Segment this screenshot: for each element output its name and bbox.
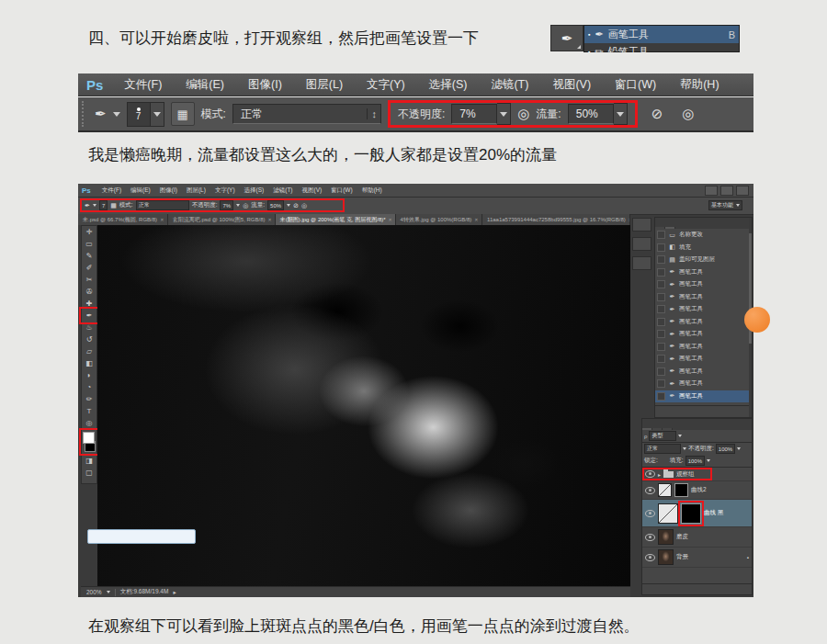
menu-item[interactable]: 帮助(H) xyxy=(357,186,387,195)
marquee-tool[interactable]: ▭ xyxy=(82,238,96,250)
gradient-tool[interactable]: ◧ xyxy=(82,357,96,369)
document-tab[interactable]: 11aa1a573991444ac7258bd99555.jpg @ 16.7%… xyxy=(482,214,630,225)
close-tab-icon[interactable]: ✕ xyxy=(474,217,478,222)
layer-row[interactable]: ▸ 磨皮 ▪ xyxy=(642,527,752,548)
screen-mode-button[interactable]: ▢ xyxy=(82,467,96,479)
layer-thumbnail[interactable] xyxy=(658,529,674,545)
workspace-switcher[interactable]: 基本功能 xyxy=(708,200,742,210)
visibility-eye-icon[interactable] xyxy=(645,554,655,561)
menu-item[interactable]: 滤镜(T) xyxy=(482,75,537,95)
brush-tool-button[interactable]: ✒ xyxy=(550,25,583,51)
history-entry[interactable]: ✒ 画笔工具 xyxy=(655,303,752,316)
menu-item[interactable]: 编辑(E) xyxy=(177,75,232,95)
crop-tool[interactable]: ✂ xyxy=(82,274,96,286)
close-tab-icon[interactable]: ✕ xyxy=(268,217,272,222)
layer-row[interactable]: ▸ 背景 ▪ xyxy=(642,548,752,568)
menu-item[interactable]: 选择(S) xyxy=(240,186,269,195)
menu-item[interactable]: 文字(Y) xyxy=(210,186,240,195)
menu-item[interactable]: 视图(V) xyxy=(298,186,327,195)
blur-tool[interactable]: ◗ xyxy=(82,369,96,381)
menu-item[interactable]: 编辑(E) xyxy=(126,186,155,195)
lasso-tool[interactable]: ✎ xyxy=(82,250,96,262)
history-source-checkbox[interactable] xyxy=(657,293,665,301)
opacity-input[interactable]: 7% xyxy=(220,200,233,210)
status-arrow-icon[interactable]: ▸ xyxy=(173,589,176,596)
layer-blend-mode-select[interactable]: 正常 xyxy=(644,444,681,454)
eyedropper-tool[interactable]: ✇ xyxy=(82,286,96,298)
menu-item[interactable]: 视图(V) xyxy=(544,75,599,95)
history-brush-tool[interactable]: ↺ xyxy=(82,333,96,345)
quick-mask-button[interactable]: ◨ xyxy=(82,455,96,467)
color-swatches[interactable] xyxy=(82,431,96,453)
grip-handle[interactable] xyxy=(82,101,86,127)
tool-flyout-item[interactable]: ▪ ✏ 铅笔工具 xyxy=(584,43,739,52)
curves-adjustment-thumbnail[interactable] xyxy=(658,503,678,524)
menu-item[interactable]: 文件(F) xyxy=(116,75,170,95)
zoom-level[interactable]: 200% xyxy=(86,589,102,595)
menu-item[interactable]: 文字(Y) xyxy=(358,75,414,95)
document-tab[interactable]: 4转效果.jpg @ 100%(RGB/8) ✕ xyxy=(396,214,482,225)
history-entry[interactable]: ✒ 画笔工具 xyxy=(655,316,752,329)
layer-row[interactable]: ▸ 曲线 黑 ▪ xyxy=(642,500,752,527)
panel-tab[interactable] xyxy=(663,428,673,430)
layer-row[interactable]: ▸ 曲线2 ▪ xyxy=(642,481,752,500)
document-tab[interactable]: 玄阳流离吧.psd @ 100%(图5, RGB/8) ✕ xyxy=(168,214,276,225)
foreground-color-swatch[interactable] xyxy=(83,432,95,444)
close-tab-icon[interactable]: ✕ xyxy=(160,217,164,222)
brush-size-value[interactable]: 7 xyxy=(99,200,108,210)
filter-type-select[interactable]: 类型 xyxy=(649,431,676,441)
brush-preset-icon[interactable]: ✒ xyxy=(85,202,90,209)
history-entry[interactable]: ▭ 名称更改 xyxy=(655,229,752,242)
history-entry[interactable]: ✒ 画笔工具 xyxy=(655,378,752,390)
history-source-checkbox[interactable] xyxy=(657,268,665,277)
history-source-checkbox[interactable] xyxy=(657,367,665,376)
opacity-input[interactable]: 7% xyxy=(451,104,497,124)
zoom-tool[interactable]: ◎ xyxy=(82,417,96,429)
menu-item[interactable]: 窗口(W) xyxy=(326,186,357,195)
toggle-brush-panel-button[interactable]: ▦ xyxy=(171,102,195,126)
visibility-eye-icon[interactable] xyxy=(645,510,655,517)
history-source-checkbox[interactable] xyxy=(657,243,665,252)
layer-thumbnail[interactable] xyxy=(658,549,674,565)
collapsed-panel-button[interactable] xyxy=(632,218,651,232)
collapsed-panel-button[interactable] xyxy=(632,237,651,251)
blend-mode-select[interactable]: 正常 xyxy=(136,200,189,210)
floating-widget-badge[interactable] xyxy=(744,307,770,333)
collapsed-panel-button[interactable] xyxy=(632,256,651,270)
history-entry[interactable]: ✒ 画笔工具 xyxy=(655,390,752,403)
brush-tool[interactable]: ✒ xyxy=(82,310,96,322)
layer-mask-thumbnail[interactable] xyxy=(674,483,688,497)
menu-item[interactable]: 图像(I) xyxy=(155,186,182,195)
move-tool[interactable]: ✛ xyxy=(82,226,96,238)
toggle-brush-panel-button[interactable]: ▦ xyxy=(110,202,117,209)
menu-item[interactable]: 帮助(H) xyxy=(672,75,727,95)
tool-flyout-item[interactable]: ▪ ✒ 画笔工具 B xyxy=(584,26,739,43)
blend-mode-select[interactable]: 正常 ↕ xyxy=(232,104,381,124)
panel-tab[interactable] xyxy=(652,428,663,430)
eraser-tool[interactable]: ▱ xyxy=(82,345,96,357)
close-tab-icon[interactable]: ✕ xyxy=(389,217,392,222)
history-source-checkbox[interactable] xyxy=(657,305,665,313)
history-source-checkbox[interactable] xyxy=(657,318,665,326)
menu-item[interactable]: 图层(L) xyxy=(298,75,351,95)
menu-item[interactable]: 图层(L) xyxy=(182,186,210,195)
opacity-dropdown-button[interactable] xyxy=(497,103,511,125)
layer-row[interactable]: ▸ 观察组 ▪ xyxy=(642,468,752,481)
type-tool[interactable]: T xyxy=(82,405,96,417)
chevron-down-icon[interactable] xyxy=(113,112,120,117)
pressure-size-icon[interactable]: ◎ xyxy=(301,202,307,209)
airbrush-icon[interactable]: ⊘ xyxy=(293,202,299,209)
history-entry[interactable]: ✒ 画笔工具 xyxy=(655,266,752,279)
flow-dropdown-button[interactable] xyxy=(614,103,628,125)
layer-opacity-input[interactable]: 100% xyxy=(716,444,735,454)
menu-item[interactable]: 滤镜(T) xyxy=(268,186,297,195)
menu-item[interactable]: 选择(S) xyxy=(421,75,476,95)
document-tab[interactable]: 未(翻图).jpg @ 200%(画笔 克, 图层视图/8)* ✕ xyxy=(276,214,396,225)
document-tab[interactable]: 未.psd @ 66.7%(椭圆, RGB/8) ✕ xyxy=(78,214,168,225)
group-expand-icon[interactable]: ▸ xyxy=(658,471,661,478)
history-source-checkbox[interactable] xyxy=(657,231,665,239)
history-entry[interactable]: ◧ 填充 xyxy=(655,242,752,254)
visibility-eye-icon[interactable] xyxy=(645,487,655,494)
history-source-checkbox[interactable] xyxy=(657,355,665,363)
brush-preset-icon[interactable]: ✒ xyxy=(95,106,107,122)
